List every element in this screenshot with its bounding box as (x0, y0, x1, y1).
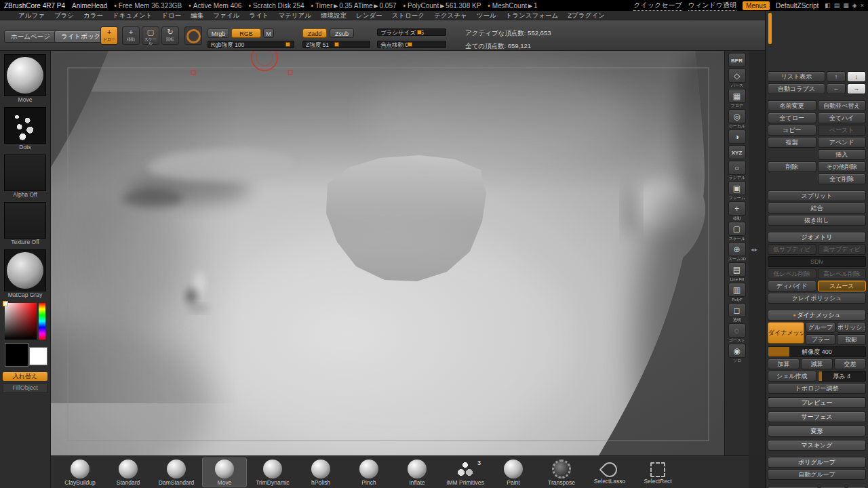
boolean-add-toggle[interactable]: 加算 (768, 359, 800, 369)
brush-claybuildup[interactable]: ClayBuildup (58, 458, 102, 487)
tool-transpose[interactable]: Transpose (539, 458, 584, 487)
zsub-toggle[interactable]: Zsub (330, 28, 354, 38)
brush-size-slider[interactable]: ブラシサイズ 35 (377, 28, 446, 36)
smooth-toggle[interactable]: スムース (818, 281, 867, 291)
brush-trimdynamic[interactable]: TrimDynamic (250, 458, 295, 487)
mrgb-toggle[interactable]: Mrgb (208, 28, 229, 38)
window-transparent-toggle[interactable]: ウィンドウ透明 (688, 1, 736, 11)
delete-button[interactable]: 削除 (768, 161, 816, 172)
color-selector[interactable] (3, 301, 8, 306)
dynamesh-polish-toggle[interactable]: ポリッシュ (837, 322, 866, 333)
menu-item[interactable]: ライト (244, 11, 273, 20)
dock-icon[interactable]: ◧ (825, 2, 831, 9)
brush-damstandard[interactable]: DamStandard (154, 458, 199, 487)
boolean-and-toggle[interactable]: 交差 (834, 359, 866, 369)
main-color-swatch[interactable] (5, 343, 28, 367)
panel-scrollbar[interactable] (768, 13, 772, 44)
tool-selectlasso[interactable]: SelectLasso (587, 458, 632, 487)
rename-button[interactable]: 名前変更 (768, 100, 816, 111)
radial-symmetry-toggle[interactable]: ○ ラジアル (727, 161, 747, 180)
duplicate-button[interactable]: 複製 (768, 137, 816, 148)
menu-item[interactable]: テクスチャ (429, 11, 472, 20)
rotate-mode-button[interactable]: ↻ 回転 (161, 26, 179, 45)
brush-inflate[interactable]: Inflate (395, 458, 439, 487)
dynamesh-button[interactable]: ダイナメッシュ (768, 322, 804, 344)
collapse-right-button[interactable]: → (847, 83, 866, 94)
lsym-toggle[interactable]: ◑ (727, 129, 747, 144)
geometry-section-header[interactable]: ジオメトリ (768, 232, 866, 243)
slider-handle[interactable] (417, 30, 422, 35)
current-brush-thumbnail[interactable] (4, 54, 46, 96)
dynamesh-project-toggle[interactable]: 投影 (837, 334, 866, 345)
focal-shift-slider[interactable]: 焦点移動 0 (377, 41, 446, 48)
color-picker[interactable] (5, 303, 45, 340)
scale-3d-button[interactable]: ▢ スケール (727, 222, 747, 241)
subtool-up-button[interactable]: ↑ (827, 71, 846, 82)
merge-button[interactable]: 結合 (768, 203, 866, 214)
boolean-sub-toggle[interactable]: 減算 (801, 359, 833, 369)
menu-item[interactable]: ブラシ (50, 11, 79, 20)
polygroups-section-header[interactable]: ポリグループ (768, 457, 866, 468)
menu-item[interactable]: ツール (472, 11, 501, 20)
brush-imm-primitives[interactable]: 3 IMM Primitives (443, 458, 488, 487)
fill-object-button[interactable]: FillObject (3, 383, 47, 393)
menu-item[interactable]: マテリアル (273, 11, 316, 20)
slider-handle[interactable] (285, 42, 290, 47)
menu-item[interactable]: ドキュメント (108, 11, 157, 20)
brush-pinch[interactable]: Pinch (347, 458, 391, 487)
rgb-intensity-slider[interactable]: Rgb強度 100 (208, 41, 294, 48)
delete-all-button[interactable]: 全て削除 (818, 174, 867, 184)
viewport-3d-render[interactable] (51, 51, 724, 455)
palette-icon[interactable]: ▦ (843, 2, 849, 9)
collapse-left-button[interactable]: ← (827, 83, 846, 94)
insert-button[interactable]: 挿入 (818, 149, 867, 160)
menu-item[interactable]: Zプラグイン (563, 11, 609, 20)
brush-standard[interactable]: Standard (106, 458, 151, 487)
pin-icon[interactable]: ◈ (852, 2, 857, 9)
zoom-3d-button[interactable]: ⊕ ズーム3D (727, 242, 747, 261)
subtool-down-button[interactable]: ↓ (847, 71, 866, 82)
menu-item[interactable]: ストローク (387, 11, 429, 20)
brush-paint[interactable]: Paint (491, 458, 536, 487)
local-symmetry-toggle[interactable]: ◎ ローカル (727, 109, 747, 128)
brush-hpolish[interactable]: hPolish (298, 458, 343, 487)
palette-section[interactable]: プレビュー (768, 397, 866, 408)
homepage-button[interactable]: ホームページ (4, 30, 57, 43)
dynamesh-section-header[interactable]: ●ダイナメッシュ (768, 310, 866, 321)
m-toggle[interactable]: M (263, 28, 274, 38)
move-mode-button[interactable]: + 移動 (122, 26, 140, 45)
auto-groups-button[interactable]: 自動グループ (768, 469, 866, 480)
dynamesh-blur-slider[interactable]: ブラー (806, 334, 835, 345)
z-intensity-slider[interactable]: Z強度 51 (302, 41, 370, 48)
divide-button[interactable]: ディバイド (768, 281, 816, 291)
split-button[interactable]: スプリット (768, 190, 866, 201)
floor-toggle[interactable]: ▦ フロア (727, 89, 747, 108)
menu-item[interactable]: カラー (79, 11, 108, 20)
frame-button[interactable]: ▣ フレーム (727, 181, 747, 200)
append-button[interactable]: アペンド (818, 137, 867, 148)
close-icon[interactable]: × (861, 2, 864, 9)
zadd-toggle[interactable]: Zadd (302, 28, 327, 38)
panel-divider[interactable]: ◂▸ (749, 51, 765, 455)
thickness-slider[interactable]: 厚み 4 (818, 371, 867, 382)
xyz-symmetry-toggle[interactable]: XYZ (727, 145, 747, 159)
resolution-slider[interactable]: 解像度 400 (768, 346, 866, 357)
alpha-thumbnail[interactable] (4, 155, 46, 191)
palette-section[interactable]: 変形 (768, 426, 866, 436)
copy-button[interactable]: コピー (768, 125, 816, 136)
menu-item[interactable]: トランスフォーム (501, 11, 564, 20)
extract-button[interactable]: 抜き出し (768, 215, 866, 226)
menu-item[interactable]: ドロー (157, 11, 186, 20)
collapse-arrows-icon[interactable]: ◂▸ (751, 246, 758, 253)
ghost-toggle[interactable]: ◌ ゴースト (727, 323, 747, 342)
palette-section[interactable]: サーフェス (768, 411, 866, 422)
current-brush-button[interactable] (184, 26, 202, 45)
solo-toggle[interactable]: ◉ ソロ (727, 344, 747, 363)
scale-mode-button[interactable]: ▢ スケール (142, 26, 159, 45)
dynamesh-groups-toggle[interactable]: グループ (806, 322, 835, 333)
delete-other-button[interactable]: その他削除 (818, 161, 867, 172)
menu-item[interactable]: 編集 (186, 11, 208, 20)
transparency-toggle[interactable]: ◻ 透明 (727, 303, 747, 322)
saturation-box[interactable] (5, 303, 37, 340)
polyframe-toggle[interactable]: ▥ PolyF (727, 283, 747, 302)
